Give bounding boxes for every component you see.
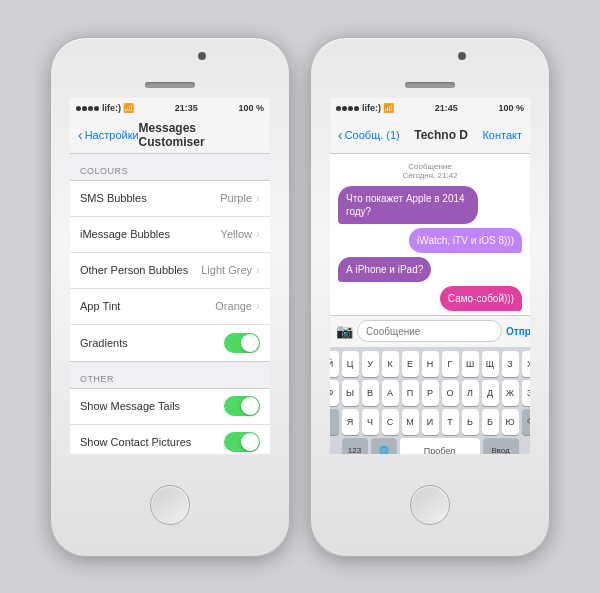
chat-messages: СообщениеСегодня, 21:42 Что покажет Appl… — [330, 154, 530, 315]
chat-back-label: Сообщ. (1) — [345, 129, 400, 141]
wifi-icon-2: 📶 — [383, 103, 394, 113]
send-button[interactable]: Отпр. — [506, 326, 530, 337]
other-group: Show Message Tails Show Contact Pictures… — [70, 388, 270, 454]
phone-bottom-2 — [410, 454, 450, 556]
key-г[interactable]: Г — [442, 351, 459, 377]
space-key[interactable]: Пробел — [400, 438, 480, 454]
chevron-left-icon: ‹ — [78, 127, 83, 143]
key-з[interactable]: З — [502, 351, 519, 377]
key-у[interactable]: У — [362, 351, 379, 377]
nav-title: Messages Customiser — [139, 121, 233, 149]
key-е[interactable]: Е — [402, 351, 419, 377]
toggle-knob — [241, 433, 259, 451]
message-2: iWatch, iTV и iOS 8))) — [409, 228, 522, 253]
delete-key[interactable]: ⌫ — [522, 409, 531, 435]
key-щ[interactable]: Щ — [482, 351, 499, 377]
gradients-label: Gradients — [80, 337, 128, 349]
contact-pictures-toggle[interactable] — [224, 432, 260, 452]
key-ь[interactable]: Ь — [462, 409, 479, 435]
battery-info-2: 100 % — [498, 103, 524, 113]
status-left-2: life:) 📶 — [336, 103, 394, 113]
key-б[interactable]: Б — [482, 409, 499, 435]
status-bar-2: life:) 📶 21:45 100 % — [330, 98, 530, 118]
time-label: 21:35 — [175, 103, 198, 113]
key-я[interactable]: Я — [342, 409, 359, 435]
gradients-row[interactable]: Gradients — [70, 325, 270, 361]
camera-icon[interactable]: 📷 — [336, 323, 353, 339]
key-и[interactable]: И — [422, 409, 439, 435]
chevron-icon: › — [256, 227, 260, 241]
contact-action[interactable]: Контакт — [482, 129, 522, 141]
sms-bubbles-row[interactable]: SMS Bubbles Purple › — [70, 181, 270, 217]
key-н[interactable]: Н — [422, 351, 439, 377]
key-ю[interactable]: Ю — [502, 409, 519, 435]
key-с[interactable]: С — [382, 409, 399, 435]
key-ы[interactable]: Ы — [342, 380, 359, 406]
section-other-header: OTHER — [70, 362, 270, 388]
battery-info: 100 % — [238, 103, 264, 113]
key-р[interactable]: Р — [422, 380, 439, 406]
key-л[interactable]: Л — [462, 380, 479, 406]
key-а[interactable]: А — [382, 380, 399, 406]
key-ч[interactable]: Ч — [362, 409, 379, 435]
toggle-knob — [241, 334, 259, 352]
message-input[interactable] — [357, 320, 502, 342]
chat-date: СообщениеСегодня, 21:42 — [338, 162, 522, 180]
enter-key[interactable]: Ввод — [483, 438, 519, 454]
kb-row-2: Ф Ы В А П Р О Л Д Ж Э — [332, 380, 528, 406]
wifi-icon: 📶 — [123, 103, 134, 113]
chat-input-bar: 📷 Отпр. — [330, 315, 530, 347]
home-button-1[interactable] — [150, 485, 190, 525]
numbers-key[interactable]: 123 — [342, 438, 368, 454]
key-ж[interactable]: Ж — [502, 380, 519, 406]
front-camera-2 — [458, 52, 466, 60]
speaker-2 — [405, 82, 455, 88]
key-д[interactable]: Д — [482, 380, 499, 406]
kb-row-1: Й Ц У К Е Н Г Ш Щ З Х — [332, 351, 528, 377]
key-х[interactable]: Х — [522, 351, 531, 377]
key-э[interactable]: Э — [522, 380, 531, 406]
key-й[interactable]: Й — [330, 351, 339, 377]
message-tails-label: Show Message Tails — [80, 400, 180, 412]
sms-bubbles-label: SMS Bubbles — [80, 192, 147, 204]
back-button[interactable]: ‹ Настройки — [78, 127, 139, 143]
message-1: Что покажет Apple в 2014 году? — [338, 186, 478, 224]
key-п[interactable]: П — [402, 380, 419, 406]
back-label: Настройки — [85, 129, 139, 141]
other-person-bubbles-row[interactable]: Other Person Bubbles Light Grey › — [70, 253, 270, 289]
key-о[interactable]: О — [442, 380, 459, 406]
chat-nav-bar: ‹ Сообщ. (1) Techno D Контакт — [330, 118, 530, 154]
contact-pictures-row[interactable]: Show Contact Pictures — [70, 425, 270, 454]
key-к[interactable]: К — [382, 351, 399, 377]
chat-back-button[interactable]: ‹ Сообщ. (1) — [338, 127, 400, 143]
nav-bar-settings: ‹ Настройки Messages Customiser — [70, 118, 270, 154]
key-в[interactable]: В — [362, 380, 379, 406]
chat-screen: СообщениеСегодня, 21:42 Что покажет Appl… — [330, 154, 530, 454]
battery-label-2: 100 % — [498, 103, 524, 113]
app-tint-label: App Tint — [80, 300, 120, 312]
status-bar: life:) 📶 21:35 100 % — [70, 98, 270, 118]
key-ф[interactable]: Ф — [330, 380, 339, 406]
other-person-value: Light Grey › — [201, 263, 260, 277]
key-м[interactable]: М — [402, 409, 419, 435]
carrier-label-2: life:) — [362, 103, 381, 113]
app-tint-row[interactable]: App Tint Orange › — [70, 289, 270, 325]
key-ц[interactable]: Ц — [342, 351, 359, 377]
message-tails-row[interactable]: Show Message Tails — [70, 389, 270, 425]
key-т[interactable]: Т — [442, 409, 459, 435]
gradients-toggle[interactable] — [224, 333, 260, 353]
key-ш[interactable]: Ш — [462, 351, 479, 377]
screen-2: life:) 📶 21:45 100 % ‹ Сообщ. (1) Techno… — [330, 98, 530, 454]
contact-pictures-label: Show Contact Pictures — [80, 436, 191, 448]
kb-row-bottom: 123 🌐 Пробел Ввод — [332, 438, 528, 454]
emoji-key[interactable]: 🌐 — [371, 438, 397, 454]
keyboard: Й Ц У К Е Н Г Ш Щ З Х Ф Ы В А П — [330, 347, 530, 454]
message-3: А iPhone и iPad? — [338, 257, 431, 282]
shift-key[interactable]: ⇧ — [330, 409, 339, 435]
kb-row-3: ⇧ Я Ч С М И Т Ь Б Ю ⌫ — [332, 409, 528, 435]
toggle-knob — [241, 397, 259, 415]
front-camera — [198, 52, 206, 60]
imessage-bubbles-row[interactable]: iMessage Bubbles Yellow › — [70, 217, 270, 253]
message-tails-toggle[interactable] — [224, 396, 260, 416]
home-button-2[interactable] — [410, 485, 450, 525]
